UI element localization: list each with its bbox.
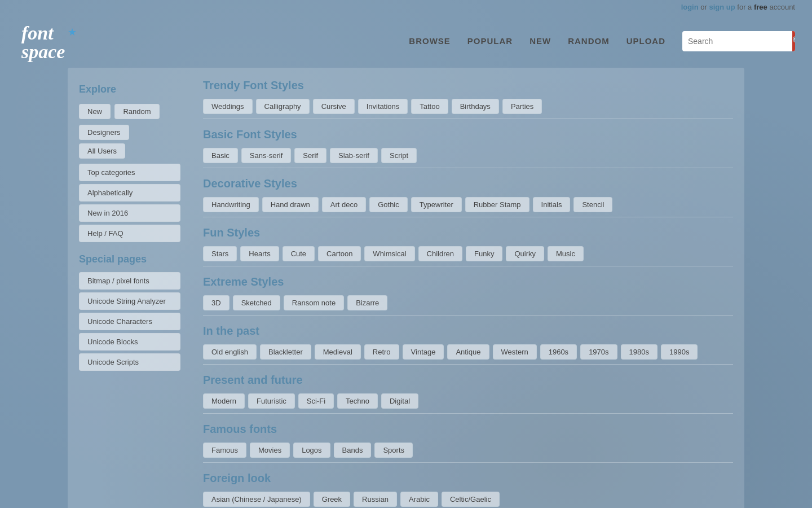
tag-fun-5[interactable]: Children	[418, 246, 462, 261]
tag-in-the-past-9[interactable]: 1980s	[621, 344, 657, 360]
sidebar-top-categories[interactable]: Top categories	[79, 164, 180, 181]
tag-decorative-7[interactable]: Stencil	[573, 197, 612, 212]
tag-in-the-past-4[interactable]: Vintage	[403, 344, 444, 360]
tag-foreign-3[interactable]: Arabic	[400, 492, 438, 507]
tag-fun-7[interactable]: Quirky	[506, 246, 544, 261]
divider-3	[203, 266, 733, 266]
sidebar-random[interactable]: Random	[114, 104, 159, 119]
tag-trendy-0[interactable]: Weddings	[203, 99, 253, 114]
tag-in-the-past-10[interactable]: 1990s	[661, 344, 698, 360]
sidebar-help-faq[interactable]: Help / FAQ	[79, 225, 180, 242]
section-title-trendy: Trendy Font Styles	[203, 79, 733, 92]
sidebar-all-users[interactable]: All Users	[79, 143, 125, 159]
tag-present-future-3[interactable]: Techno	[337, 393, 378, 409]
svg-text:space: space	[21, 41, 65, 62]
tag-fun-0[interactable]: Stars	[203, 246, 237, 261]
tag-trendy-2[interactable]: Cursive	[313, 99, 355, 114]
tag-basic-4[interactable]: Script	[381, 148, 417, 163]
tag-extreme-0[interactable]: 3D	[203, 295, 230, 310]
main-container: Explore New Random Designers All Users T…	[68, 68, 744, 508]
tag-present-future-2[interactable]: Sci-Fi	[298, 393, 334, 409]
tag-decorative-1[interactable]: Hand drawn	[262, 197, 319, 212]
nav-browse[interactable]: BROWSE	[409, 36, 451, 46]
tag-famous-1[interactable]: Movies	[250, 443, 290, 458]
tag-trendy-5[interactable]: Birthdays	[452, 99, 499, 114]
tags-row-present-future: ModernFuturisticSci-FiTechnoDigital	[203, 393, 733, 409]
tags-row-decorative: HandwritingHand drawnArt decoGothicTypew…	[203, 197, 733, 212]
tag-foreign-2[interactable]: Russian	[354, 492, 397, 507]
nav-random[interactable]: RANDOM	[568, 36, 610, 46]
tag-trendy-1[interactable]: Calligraphy	[256, 99, 310, 114]
tags-row-fun: StarsHeartsCuteCartoonWhimsicalChildrenF…	[203, 246, 733, 261]
tag-basic-1[interactable]: Sans-serif	[241, 148, 292, 163]
tag-present-future-4[interactable]: Digital	[381, 393, 418, 409]
tag-trendy-6[interactable]: Parties	[502, 99, 542, 114]
tag-fun-1[interactable]: Hearts	[240, 246, 279, 261]
tag-in-the-past-1[interactable]: Blackletter	[260, 344, 311, 360]
tag-in-the-past-0[interactable]: Old english	[203, 344, 257, 360]
tag-basic-2[interactable]: Serif	[294, 148, 326, 163]
tag-fun-8[interactable]: Music	[548, 246, 584, 261]
for-a-text: for a	[737, 3, 752, 11]
tag-famous-4[interactable]: Sports	[374, 443, 413, 458]
tag-famous-0[interactable]: Famous	[203, 443, 246, 458]
tag-basic-0[interactable]: Basic	[203, 148, 238, 163]
tag-famous-2[interactable]: Logos	[293, 443, 330, 458]
tag-fun-3[interactable]: Cartoon	[318, 246, 361, 261]
tags-row-trendy: WeddingsCalligraphyCursiveInvitationsTat…	[203, 99, 733, 114]
tag-extreme-2[interactable]: Ransom note	[284, 295, 344, 310]
section-title-present-future: Present and future	[203, 374, 733, 387]
tag-decorative-4[interactable]: Typewriter	[411, 197, 462, 212]
tag-foreign-4[interactable]: Celtic/Gaelic	[442, 492, 500, 507]
tag-basic-3[interactable]: Slab-serif	[330, 148, 378, 163]
sidebar-unicode-string[interactable]: Unicode String Analyzer	[79, 292, 180, 310]
tag-in-the-past-8[interactable]: 1970s	[580, 344, 617, 360]
search-input[interactable]	[682, 33, 792, 49]
tag-decorative-3[interactable]: Gothic	[369, 197, 408, 212]
sidebar-bitmap[interactable]: Bitmap / pixel fonts	[79, 272, 180, 290]
logo[interactable]: font ★ space	[17, 20, 90, 62]
tag-in-the-past-5[interactable]: Antique	[447, 344, 489, 360]
tag-foreign-0[interactable]: Asian (Chinese / Japanese)	[203, 492, 310, 507]
tag-trendy-3[interactable]: Invitations	[358, 99, 408, 114]
tag-present-future-0[interactable]: Modern	[203, 393, 245, 409]
tag-extreme-3[interactable]: Bizarre	[347, 295, 387, 310]
tag-fun-2[interactable]: Cute	[283, 246, 315, 261]
divider-7	[203, 462, 733, 463]
tag-decorative-5[interactable]: Rubber Stamp	[465, 197, 529, 212]
sidebar-unicode-scripts[interactable]: Unicode Scripts	[79, 353, 180, 371]
section-title-foreign: Foreign look	[203, 472, 733, 485]
sidebar-unicode-blocks[interactable]: Unicode Blocks	[79, 333, 180, 351]
nav-popular[interactable]: POPULAR	[467, 36, 513, 46]
sidebar-designers[interactable]: Designers	[79, 125, 129, 140]
divider-2	[203, 217, 733, 217]
section-title-famous: Famous fonts	[203, 423, 733, 436]
tag-extreme-1[interactable]: Sketched	[233, 295, 280, 310]
sidebar-unicode-chars[interactable]: Unicode Characters	[79, 313, 180, 330]
tag-decorative-0[interactable]: Handwriting	[203, 197, 259, 212]
tag-foreign-1[interactable]: Greek	[314, 492, 350, 507]
tag-famous-3[interactable]: Bands	[334, 443, 372, 458]
search-button[interactable]: 🔍	[792, 31, 795, 51]
nav-upload[interactable]: UPLOAD	[626, 36, 665, 46]
sidebar-new-2016[interactable]: New in 2016	[79, 204, 180, 222]
sidebar-alphabetically[interactable]: Alphabetically	[79, 184, 180, 202]
or-text: or	[700, 3, 707, 11]
section-title-decorative: Decorative Styles	[203, 177, 733, 190]
nav-new[interactable]: NEW	[529, 36, 551, 46]
sidebar-new[interactable]: New	[79, 104, 111, 119]
tag-decorative-2[interactable]: Art deco	[322, 197, 366, 212]
tag-in-the-past-7[interactable]: 1960s	[540, 344, 577, 360]
tag-in-the-past-6[interactable]: Western	[493, 344, 537, 360]
tag-fun-4[interactable]: Whimsical	[364, 246, 414, 261]
login-link[interactable]: login	[681, 3, 699, 11]
tag-in-the-past-3[interactable]: Retro	[364, 344, 399, 360]
search-box: 🔍	[682, 31, 795, 51]
tag-decorative-6[interactable]: Initials	[533, 197, 571, 212]
tag-trendy-4[interactable]: Tattoo	[411, 99, 448, 114]
account-text: account	[769, 3, 795, 11]
signup-link[interactable]: sign up	[709, 3, 735, 11]
tag-present-future-1[interactable]: Futuristic	[248, 393, 295, 409]
tag-fun-6[interactable]: Funky	[466, 246, 502, 261]
tag-in-the-past-2[interactable]: Medieval	[315, 344, 361, 360]
